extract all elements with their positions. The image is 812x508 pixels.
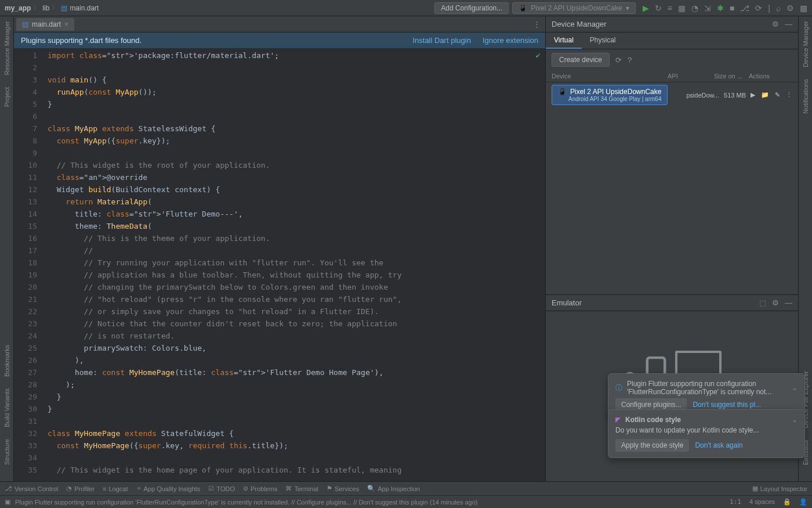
device-chip[interactable]: 📱Pixel 2 API UpsideDownCake Android API … — [552, 85, 668, 105]
tab-physical[interactable]: Physical — [582, 33, 624, 49]
tool-services[interactable]: ⚑ Services — [327, 485, 359, 492]
notification-title: Kotlin code style — [625, 416, 681, 424]
help-icon[interactable]: ? — [628, 56, 632, 64]
window-icon[interactable]: ⬚ — [759, 298, 766, 307]
device-row[interactable]: 📱Pixel 2 API UpsideDownCake Android API … — [546, 82, 798, 107]
device-table-header: Device API Size on ... Actions — [546, 70, 798, 82]
code-editor[interactable]: 1 2 3 4 5 6 7 8 9 10 11 12 13 14 15 16 1… — [14, 48, 545, 481]
run-icon[interactable]: ▶ — [643, 3, 649, 13]
phone-icon: 📱 — [519, 4, 527, 12]
attach-icon[interactable]: ⇲ — [704, 3, 711, 13]
tool-todo[interactable]: ☑ TODO — [208, 485, 235, 492]
gear-icon[interactable]: ⚙ — [772, 298, 779, 307]
bug-icon[interactable]: ✱ — [717, 3, 724, 13]
apply-code-style-button[interactable]: Apply the code style — [615, 439, 689, 452]
tab-virtual[interactable]: Virtual — [546, 33, 582, 49]
tool-terminal[interactable]: ⌘ Terminal — [285, 485, 318, 492]
breadcrumb-project[interactable]: my_app — [5, 4, 31, 12]
device-size: 513 MB — [724, 92, 746, 99]
breadcrumb: my_app 〉 lib 〉 ▤main.dart — [5, 3, 99, 13]
add-configuration-button[interactable]: Add Configuration... — [434, 2, 509, 14]
inspection-ok-icon[interactable]: ✔ — [536, 51, 541, 60]
tool-app-inspection[interactable]: 🔍 App Inspection — [367, 485, 420, 492]
dart-file-icon: ▤ — [61, 4, 67, 12]
device-api: psideDow... — [686, 92, 719, 99]
status-message: Plugin Flutter supporting run configurat… — [15, 499, 478, 506]
tool-layout-inspector[interactable]: ▦ Layout Inspector — [752, 485, 807, 492]
stop-icon[interactable]: ■ — [730, 3, 734, 13]
caret-position[interactable]: 1:1 — [730, 498, 741, 506]
dont-ask-link[interactable]: Don't ask again — [695, 441, 742, 449]
minimize-icon[interactable]: — — [785, 20, 792, 28]
status-person-icon[interactable]: 👤 — [799, 498, 807, 506]
more-icon[interactable]: ⋮ — [786, 91, 792, 99]
plugin-banner: Plugins supporting *.dart files found. I… — [14, 33, 545, 48]
install-plugin-link[interactable]: Install Dart plugin — [412, 36, 470, 45]
status-win-icon[interactable]: ▣ — [5, 498, 10, 506]
folder-icon[interactable]: 📁 — [761, 91, 769, 99]
coverage-icon[interactable]: ▦ — [678, 3, 686, 13]
notification-title: Plugin Flutter supporting run configurat… — [627, 380, 787, 396]
rail-project[interactable]: Project — [3, 87, 10, 107]
ignore-extension-link[interactable]: Ignore extension — [483, 36, 538, 45]
device-selector[interactable]: 📱 Pixel 2 API UpsideDownCake ▾ — [512, 2, 635, 14]
banner-message: Plugins supporting *.dart files found. — [21, 36, 142, 45]
rerun-icon[interactable]: ↻ — [655, 3, 662, 13]
debug-icon[interactable]: ≡ — [668, 3, 672, 13]
chevron-down-icon: ▾ — [626, 4, 629, 12]
avatar-icon[interactable]: ▩ — [800, 3, 807, 13]
profile-icon[interactable]: ◔ — [691, 3, 698, 13]
phone-icon: 📱 — [558, 88, 567, 96]
dont-suggest-link[interactable]: Don't suggest this pl... — [693, 401, 761, 409]
emulator-header: Emulator ⬚ ⚙ — — [546, 295, 798, 311]
refresh-icon[interactable]: ⟳ — [615, 56, 622, 64]
rail-notifications[interactable]: Notifications — [802, 79, 809, 114]
rail-build-variants[interactable]: Build Variants — [3, 388, 10, 427]
chevron-down-icon[interactable]: ⌄ — [792, 384, 798, 392]
tool-app-quality[interactable]: ✧ App Quality Insights — [136, 485, 201, 492]
tool-profiler[interactable]: ◔ Profiler — [66, 485, 95, 492]
settings-icon[interactable]: ⚙ — [786, 3, 794, 13]
play-icon[interactable]: ▶ — [751, 91, 755, 99]
chevron-down-icon[interactable]: ⌄ — [792, 416, 798, 424]
lock-icon[interactable]: 🔒 — [783, 498, 791, 506]
tab-actions-menu[interactable]: ⋮ — [533, 20, 545, 28]
gear-icon[interactable]: ⚙ — [772, 20, 779, 28]
notification-kotlin: ◤ Kotlin code style ⌄ Do you want to upd… — [608, 409, 805, 458]
rail-resource-manager[interactable]: Resource Manager — [3, 21, 10, 75]
edit-icon[interactable]: ✎ — [775, 91, 780, 99]
dart-file-icon: ▤ — [22, 20, 28, 28]
tool-version-control[interactable]: ⎇ Version Control — [5, 485, 58, 492]
create-device-button[interactable]: Create device — [552, 53, 610, 67]
breadcrumb-file[interactable]: ▤main.dart — [61, 4, 99, 12]
editor-tab-main[interactable]: ▤ main.dart × — [16, 18, 74, 31]
close-icon[interactable]: × — [64, 20, 68, 28]
indent-setting[interactable]: 4 spaces — [749, 498, 775, 506]
left-toolwindow-rail: Resource Manager Project Bookmarks Build… — [0, 16, 14, 481]
rail-device-manager[interactable]: Device Manager — [802, 21, 809, 67]
search-icon[interactable]: ⌕ — [776, 3, 781, 13]
notification-body: Do you want to update your Kotlin code s… — [615, 426, 798, 434]
breadcrumb-folder[interactable]: lib — [42, 4, 49, 12]
minimize-icon[interactable]: — — [785, 298, 792, 307]
tool-problems[interactable]: ⊘ Problems — [243, 485, 277, 492]
rail-structure[interactable]: Structure — [3, 439, 10, 465]
device-manager-header: Device Manager ⚙ — — [546, 16, 798, 33]
tool-logcat[interactable]: ≡ Logcat — [103, 485, 128, 492]
line-gutter: 1 2 3 4 5 6 7 8 9 10 11 12 13 14 15 16 1… — [14, 48, 48, 481]
kotlin-icon: ◤ — [615, 416, 621, 424]
sync-icon[interactable]: ⟳ — [755, 3, 762, 13]
vcs-icon[interactable]: ⎇ — [740, 3, 749, 13]
rail-bookmarks[interactable]: Bookmarks — [3, 345, 10, 377]
info-icon: ⓘ — [615, 383, 622, 393]
